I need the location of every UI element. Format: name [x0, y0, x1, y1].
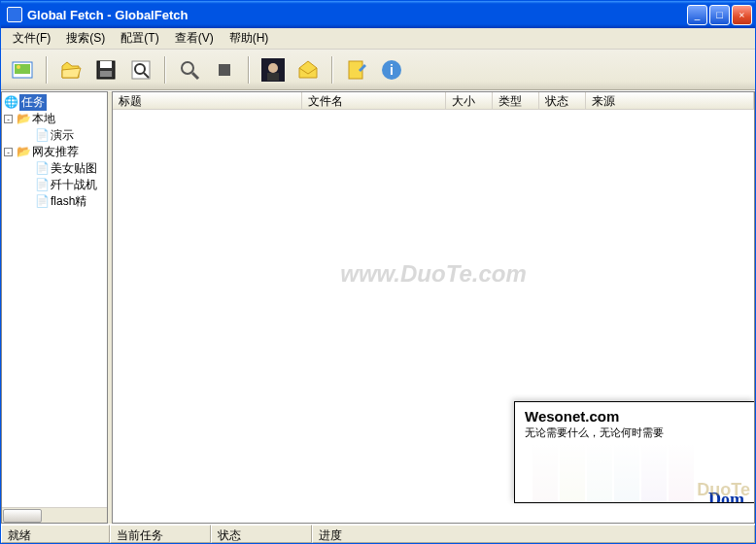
- menu-view[interactable]: 查看(V): [167, 28, 222, 49]
- tool-new-image[interactable]: [7, 54, 38, 85]
- stop-icon: [213, 58, 236, 82]
- svg-rect-14: [267, 73, 279, 81]
- status-state: 状态: [211, 525, 312, 543]
- menu-help[interactable]: 帮助(H): [222, 28, 277, 49]
- window-controls: _ □ ×: [687, 5, 752, 25]
- tree-recommend[interactable]: - 📂 网友推荐: [4, 144, 105, 160]
- toolbar-separator: [46, 56, 48, 84]
- svg-line-10: [192, 73, 198, 79]
- status-current: 当前任务: [110, 525, 211, 543]
- svg-rect-11: [219, 64, 230, 76]
- app-window: Global Fetch - GlobalFetch _ □ × 文件(F) 搜…: [0, 0, 756, 544]
- collapse-icon[interactable]: -: [4, 115, 13, 123]
- preview-icon: [129, 58, 153, 82]
- image-icon: [11, 58, 34, 82]
- tree-item-label: flash精: [51, 193, 86, 210]
- tree-item[interactable]: 📄 美女贴图: [4, 160, 105, 177]
- tree-recommend-label: 网友推荐: [32, 144, 79, 160]
- tool-help[interactable]: i: [376, 54, 407, 85]
- file-icon: 📄: [35, 129, 49, 143]
- svg-point-13: [268, 63, 278, 73]
- list-body[interactable]: www.DuoTe.com Wesonet.com 无论需要什么，无论何时需要 …: [113, 110, 754, 523]
- tree-root[interactable]: 🌐 任务: [4, 94, 105, 111]
- sidebar-scrollbar[interactable]: [2, 507, 107, 523]
- statusbar: 就绪 当前任务 状态 进度: [1, 524, 755, 543]
- tool-save[interactable]: [90, 54, 121, 85]
- tree-root-label: 任务: [19, 94, 47, 111]
- globe-icon: 🌐: [4, 96, 17, 110]
- tree-item-label: 歼十战机: [51, 177, 97, 193]
- sidebar: 🌐 任务 - 📂 本地 📄 演示 - 📂 网友推荐: [1, 91, 108, 524]
- col-status[interactable]: 状态: [539, 92, 586, 109]
- tree-local[interactable]: - 📂 本地: [4, 111, 105, 127]
- tool-avatar[interactable]: [258, 54, 289, 85]
- titlebar[interactable]: Global Fetch - GlobalFetch _ □ ×: [1, 1, 755, 28]
- main-area: 🌐 任务 - 📂 本地 📄 演示 - 📂 网友推荐: [1, 90, 755, 524]
- svg-text:i: i: [390, 62, 394, 78]
- svg-point-2: [17, 65, 20, 69]
- popup-bar: [560, 445, 585, 503]
- popup-footer-watermark: DuoTe: [697, 480, 750, 500]
- search-icon: [178, 58, 201, 82]
- toolbar: i: [1, 50, 755, 90]
- popup-bar: [614, 445, 639, 503]
- tree-item[interactable]: 📄 flash精: [4, 193, 105, 210]
- col-source[interactable]: 来源: [586, 92, 754, 109]
- maximize-button[interactable]: □: [709, 5, 730, 25]
- menu-config[interactable]: 配置(T): [113, 28, 166, 49]
- folder-open-icon: 📂: [17, 113, 30, 126]
- toolbar-separator: [331, 56, 333, 84]
- svg-point-9: [182, 62, 193, 74]
- avatar-icon: [261, 58, 285, 82]
- col-title[interactable]: 标题: [113, 92, 302, 109]
- file-icon: 📄: [35, 195, 49, 209]
- toolbar-separator: [248, 56, 250, 84]
- collapse-icon[interactable]: -: [4, 148, 13, 156]
- tool-search[interactable]: [174, 54, 205, 85]
- help-icon: i: [380, 58, 403, 82]
- mail-open-icon: [296, 58, 320, 82]
- menubar: 文件(F) 搜索(S) 配置(T) 查看(V) 帮助(H): [1, 28, 755, 50]
- col-type[interactable]: 类型: [493, 92, 539, 109]
- tool-mail[interactable]: [292, 54, 324, 85]
- file-icon: 📄: [35, 179, 49, 192]
- popup-panel: Wesonet.com 无论需要什么，无论何时需要 DomBusiMerchDo…: [514, 401, 755, 503]
- svg-rect-4: [100, 61, 112, 68]
- tree-item[interactable]: 📄 歼十战机: [4, 177, 105, 193]
- svg-rect-5: [100, 71, 112, 77]
- popup-bar: [533, 445, 558, 503]
- minimize-button[interactable]: _: [687, 5, 707, 25]
- tree-local-label: 本地: [32, 111, 55, 127]
- popup-bar: [587, 445, 612, 503]
- tool-note[interactable]: [341, 54, 372, 85]
- watermark: www.DuoTe.com: [340, 260, 527, 288]
- file-icon: 📄: [35, 162, 49, 176]
- menu-search[interactable]: 搜索(S): [58, 28, 113, 49]
- app-icon: [7, 7, 22, 22]
- tree[interactable]: 🌐 任务 - 📂 本地 📄 演示 - 📂 网友推荐: [2, 92, 107, 507]
- popup-title: Wesonet.com: [515, 402, 754, 425]
- svg-rect-1: [15, 64, 30, 74]
- toolbar-separator: [164, 56, 166, 84]
- folder-open-icon: 📂: [17, 146, 30, 159]
- tree-demo-label: 演示: [51, 127, 74, 144]
- list-header: 标题 文件名 大小 类型 状态 来源: [113, 92, 754, 110]
- menu-file[interactable]: 文件(F): [5, 28, 58, 49]
- open-folder-icon: [59, 58, 83, 82]
- close-button[interactable]: ×: [732, 5, 752, 25]
- tool-open[interactable]: [55, 54, 86, 85]
- tree-item-label: 美女贴图: [51, 160, 97, 177]
- note-icon: [345, 58, 368, 82]
- popup-subtitle: 无论需要什么，无论何时需要: [515, 425, 754, 446]
- col-size[interactable]: 大小: [446, 92, 493, 109]
- scrollbar-thumb[interactable]: [3, 509, 42, 523]
- status-ready: 就绪: [1, 525, 110, 543]
- tree-demo[interactable]: 📄 演示: [4, 127, 105, 144]
- window-title: Global Fetch - GlobalFetch: [27, 8, 687, 22]
- tool-preview[interactable]: [125, 54, 156, 85]
- save-icon: [94, 58, 118, 82]
- content-pane: 标题 文件名 大小 类型 状态 来源 www.DuoTe.com Wesonet…: [112, 91, 755, 524]
- tool-stop[interactable]: [209, 54, 240, 85]
- status-progress: 进度: [312, 525, 755, 543]
- col-filename[interactable]: 文件名: [302, 92, 446, 109]
